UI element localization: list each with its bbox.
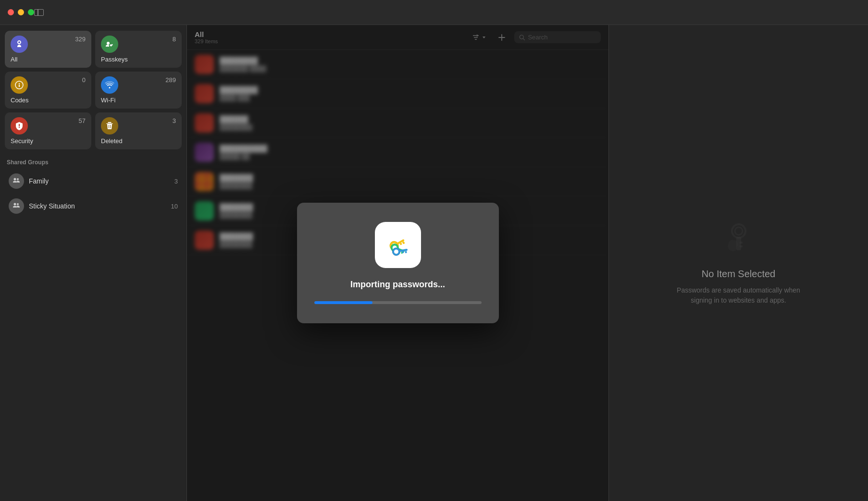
all-label: All [11, 56, 86, 63]
modal-overlay: Importing passwords... [187, 25, 608, 501]
traffic-lights [8, 9, 34, 15]
modal-progress-fill [314, 301, 373, 304]
titlebar [0, 0, 868, 25]
close-button[interactable] [8, 9, 14, 15]
svg-point-5 [17, 178, 19, 180]
wifi-icon [101, 76, 118, 94]
family-label: Family [29, 177, 170, 185]
sidebar-item-family[interactable]: Family 3 [5, 170, 182, 193]
sticky-icon [9, 198, 24, 214]
detail-pane: No Item Selected Passwords are saved aut… [608, 25, 868, 501]
no-item-title: No Item Selected [702, 269, 775, 280]
maximize-button[interactable] [28, 9, 34, 15]
svg-rect-31 [740, 242, 743, 244]
content-pane: All 329 Items [186, 25, 608, 501]
sidebar-item-security[interactable]: 57 Security [5, 112, 91, 149]
svg-point-0 [107, 42, 110, 45]
sticky-label: Sticky Situation [29, 202, 166, 210]
no-item-icon [719, 220, 758, 259]
all-icon [11, 36, 28, 53]
sidebar-item-wifi[interactable]: 289 Wi-Fi [95, 72, 182, 109]
passkeys-label: Passkeys [101, 56, 176, 63]
svg-point-29 [735, 227, 743, 235]
card-top-all: 329 [11, 36, 86, 53]
svg-rect-2 [19, 83, 20, 84]
deleted-count: 3 [173, 117, 176, 124]
modal-title: Importing passwords... [350, 280, 445, 290]
svg-rect-32 [740, 245, 743, 247]
sidebar-item-deleted[interactable]: 3 Deleted [95, 112, 182, 149]
svg-rect-26 [405, 251, 407, 253]
family-icon [9, 173, 24, 189]
svg-point-28 [732, 224, 745, 238]
deleted-icon [101, 117, 118, 134]
security-icon [11, 117, 28, 134]
sidebar: 329 All 8 Passkeys [0, 25, 186, 501]
sticky-count: 10 [171, 203, 178, 210]
card-top-deleted: 3 [101, 117, 176, 134]
passkeys-icon [101, 36, 118, 53]
sidebar-toggle-button[interactable] [34, 9, 44, 16]
deleted-label: Deleted [101, 137, 176, 145]
svg-rect-3 [19, 85, 20, 87]
shared-groups-header: Shared Groups [5, 155, 182, 168]
sidebar-item-codes[interactable]: 0 Codes [5, 72, 91, 109]
modal-progress-bar [314, 301, 482, 304]
svg-point-6 [14, 203, 16, 206]
card-top-passkeys: 8 [101, 36, 176, 53]
codes-label: Codes [11, 97, 86, 104]
codes-count: 0 [82, 76, 86, 84]
sidebar-item-sticky[interactable]: Sticky Situation 10 [5, 195, 182, 218]
minimize-button[interactable] [18, 9, 24, 15]
codes-icon [11, 76, 28, 94]
passkeys-count: 8 [173, 36, 176, 43]
all-count: 329 [75, 36, 86, 43]
passwords-app-icon [383, 230, 413, 260]
family-count: 3 [174, 178, 178, 185]
main-layout: 329 All 8 Passkeys [0, 25, 868, 501]
card-top-security: 57 [11, 117, 86, 134]
app-icon [375, 222, 421, 268]
no-item-subtitle: Passwords are saved automatically when s… [671, 285, 806, 305]
svg-point-4 [14, 178, 16, 181]
import-modal: Importing passwords... [297, 203, 499, 323]
card-top-codes: 0 [11, 76, 86, 94]
card-top-wifi: 289 [101, 76, 176, 94]
wifi-count: 289 [165, 76, 176, 84]
svg-point-7 [17, 203, 19, 205]
wifi-label: Wi-Fi [101, 97, 176, 104]
sidebar-item-all[interactable]: 329 All [5, 31, 91, 68]
svg-rect-27 [402, 251, 404, 253]
sidebar-item-passkeys[interactable]: 8 Passkeys [95, 31, 182, 68]
security-count: 57 [79, 117, 86, 124]
security-label: Security [11, 137, 86, 145]
category-grid: 329 All 8 Passkeys [5, 31, 182, 149]
